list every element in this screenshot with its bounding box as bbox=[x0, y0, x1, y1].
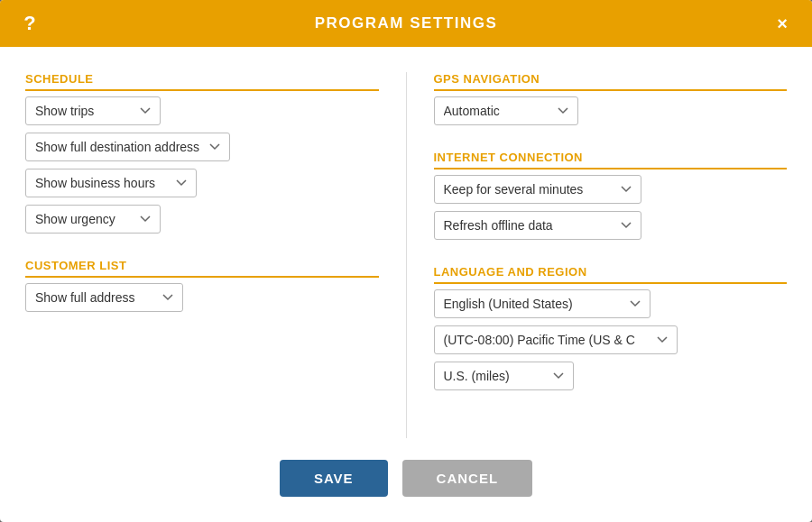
language-select-wrap: English (United States) English (UK) Esp… bbox=[434, 289, 788, 318]
internet-section: INTERNET CONNECTION Keep for several min… bbox=[434, 151, 788, 247]
dialog-title: PROGRAM SETTINGS bbox=[43, 14, 769, 32]
customer-list-label: CUSTOMER LIST bbox=[25, 259, 379, 278]
timezone-select-wrap: (UTC-08:00) Pacific Time (US & C (UTC-05… bbox=[434, 325, 788, 354]
show-full-address-wrap: Show full address Show partial address bbox=[25, 283, 379, 312]
language-label: LANGUAGE AND REGION bbox=[434, 265, 788, 284]
gps-label: GPS NAVIGATION bbox=[434, 72, 788, 91]
column-divider bbox=[406, 72, 407, 438]
refresh-select-wrap: Refresh offline data Do not refresh bbox=[434, 211, 788, 240]
customer-list-section: CUSTOMER LIST Show full address Show par… bbox=[25, 259, 379, 319]
show-full-dest-select[interactable]: Show full destination address Hide desti… bbox=[25, 133, 230, 161]
gps-section: GPS NAVIGATION Automatic Manual Off bbox=[434, 72, 788, 133]
keep-select-wrap: Keep for several minutes Keep for an hou… bbox=[434, 175, 788, 204]
schedule-label: SCHEDULE bbox=[25, 72, 379, 91]
internet-label: INTERNET CONNECTION bbox=[434, 151, 788, 169]
footer: SAVE CANCEL bbox=[0, 438, 812, 522]
show-full-address-select[interactable]: Show full address Show partial address bbox=[25, 283, 183, 312]
timezone-select[interactable]: (UTC-08:00) Pacific Time (US & C (UTC-05… bbox=[434, 325, 678, 354]
titlebar: ? PROGRAM SETTINGS × bbox=[0, 0, 812, 47]
refresh-select[interactable]: Refresh offline data Do not refresh bbox=[434, 211, 641, 240]
left-column: SCHEDULE Show trips Hide trips Show full… bbox=[25, 72, 379, 438]
language-section: LANGUAGE AND REGION English (United Stat… bbox=[434, 265, 788, 398]
units-select-wrap: U.S. (miles) Metric (km) bbox=[434, 362, 788, 390]
right-column: GPS NAVIGATION Automatic Manual Off INTE… bbox=[434, 72, 788, 438]
close-button[interactable]: × bbox=[769, 14, 796, 34]
show-trips-select[interactable]: Show trips Hide trips bbox=[25, 96, 161, 125]
show-trips-wrap: Show trips Hide trips bbox=[25, 96, 379, 125]
help-button[interactable]: ? bbox=[16, 12, 43, 35]
show-urgency-select[interactable]: Show urgency Hide urgency bbox=[25, 205, 161, 234]
keep-select[interactable]: Keep for several minutes Keep for an hou… bbox=[434, 175, 641, 204]
gps-select-wrap: Automatic Manual Off bbox=[434, 96, 788, 125]
language-select[interactable]: English (United States) English (UK) Esp… bbox=[434, 289, 651, 318]
content-area: SCHEDULE Show trips Hide trips Show full… bbox=[0, 47, 812, 438]
gps-select[interactable]: Automatic Manual Off bbox=[434, 96, 578, 125]
show-full-dest-wrap: Show full destination address Hide desti… bbox=[25, 133, 379, 161]
show-business-select[interactable]: Show business hours Hide business hours bbox=[25, 169, 197, 197]
units-select[interactable]: U.S. (miles) Metric (km) bbox=[434, 362, 574, 390]
show-business-wrap: Show business hours Hide business hours bbox=[25, 169, 379, 197]
cancel-button[interactable]: CANCEL bbox=[402, 460, 533, 497]
show-urgency-wrap: Show urgency Hide urgency bbox=[25, 205, 379, 234]
save-button[interactable]: SAVE bbox=[280, 460, 388, 497]
program-settings-dialog: ? PROGRAM SETTINGS × SCHEDULE Show trips… bbox=[0, 0, 812, 522]
schedule-section: SCHEDULE Show trips Hide trips Show full… bbox=[25, 72, 379, 241]
